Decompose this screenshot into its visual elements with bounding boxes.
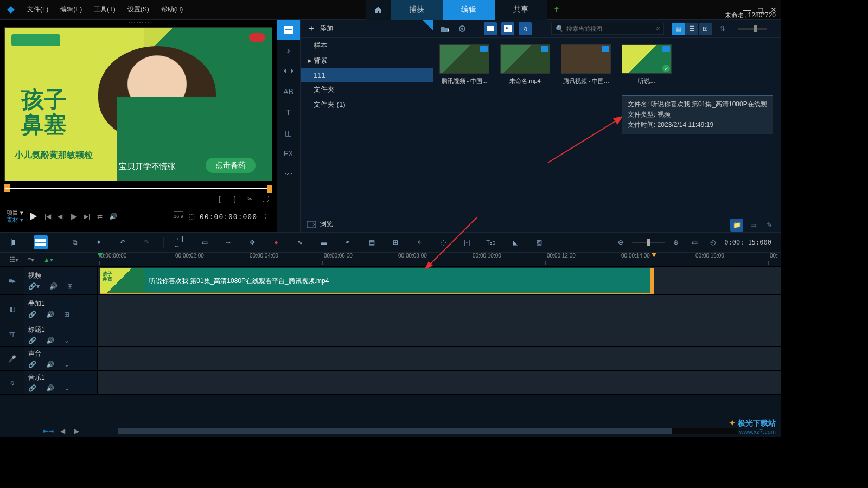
track-options-icon[interactable]: ☷▾ xyxy=(9,255,18,265)
media-thumb[interactable]: ✓ 听说... xyxy=(622,44,672,85)
link-icon[interactable]: 🔗 xyxy=(28,384,36,392)
stretch-icon[interactable]: ↔ xyxy=(221,235,235,249)
mute-icon[interactable]: 🔊 xyxy=(46,337,54,344)
tree-item-folder[interactable]: 文件夹 xyxy=(301,82,433,97)
link-icon[interactable]: 🔗▾ xyxy=(28,282,40,290)
aspect-ratio-badge[interactable]: 16:9 xyxy=(174,211,183,221)
tab-share[interactable]: 共享 xyxy=(495,0,547,20)
step-back-icon[interactable]: ◀| xyxy=(56,211,66,221)
chapter-icon[interactable]: ▤ xyxy=(365,235,379,249)
motion-icon[interactable]: ✧ xyxy=(412,235,426,249)
mute-icon[interactable]: 🔊 xyxy=(46,361,54,368)
go-start-icon[interactable]: |◀ xyxy=(43,211,53,221)
color-icon[interactable]: ▨ xyxy=(532,235,546,249)
link-icon[interactable]: 🔗 xyxy=(28,311,36,318)
loop-icon[interactable]: ⇄ xyxy=(95,211,105,221)
preview-viewport[interactable]: 孩子 鼻塞 小儿氨酚黄那敏颗粒 宝贝开学不慌张 点击备药 xyxy=(4,27,272,181)
tree-item-sample[interactable]: 样本 xyxy=(301,38,433,53)
add-folder-button[interactable]: ＋添加 xyxy=(301,20,433,38)
trim-icon[interactable]: →||← xyxy=(174,235,188,249)
grid-icon[interactable]: ⊞ xyxy=(67,282,73,290)
grid-icon[interactable]: ⊞ xyxy=(64,311,69,318)
end-marker[interactable] xyxy=(654,253,654,259)
menu-edit[interactable]: 编辑(E) xyxy=(55,3,87,16)
fit-icon[interactable]: ⬚ xyxy=(187,211,196,221)
track-add-icon[interactable]: ≡▾ xyxy=(26,255,36,265)
tree-item-folder1[interactable]: 文件夹 (1) xyxy=(301,97,433,112)
chevron-icon[interactable]: ⌄ xyxy=(64,361,69,368)
upload-icon[interactable] xyxy=(547,0,566,20)
libtab-path-icon[interactable]: 〰 xyxy=(277,164,300,184)
mute-icon[interactable]: 🔊 xyxy=(49,282,58,290)
track-motion-icon[interactable]: ◌ xyxy=(436,235,450,249)
zoom-slider[interactable] xyxy=(632,242,665,243)
libtab-graphics-icon[interactable]: ◫ xyxy=(277,123,300,143)
mark-out-icon[interactable] xyxy=(267,185,272,193)
link-icon[interactable]: 🔗 xyxy=(28,361,36,368)
music-track-icon[interactable]: ♫ xyxy=(0,371,24,394)
mask-icon[interactable]: ◣ xyxy=(508,235,522,249)
expand-icon[interactable]: ⛶ xyxy=(260,194,270,204)
multitrack-icon[interactable]: ⊞ xyxy=(388,235,403,249)
timecode-stepper-icon[interactable]: ≑ xyxy=(260,211,270,221)
pan-icon[interactable]: ✥ xyxy=(245,235,259,249)
corner-fold-icon[interactable] xyxy=(422,20,433,30)
mute-icon[interactable]: 🔊 xyxy=(46,384,54,392)
menu-help[interactable]: 帮助(H) xyxy=(156,3,189,16)
filter-video-icon[interactable] xyxy=(484,22,497,35)
stabilize-icon[interactable]: [◦] xyxy=(460,235,474,249)
audio-mix-icon[interactable]: ∿ xyxy=(293,235,307,249)
menu-settings[interactable]: 设置(S) xyxy=(122,3,155,16)
marker-add-icon[interactable]: ▲▾ xyxy=(43,255,53,265)
zoom-out-icon[interactable]: ⊖ xyxy=(614,235,628,249)
menu-file[interactable]: 文件(F) xyxy=(22,3,54,16)
filter-audio-icon[interactable]: ♫ xyxy=(519,22,532,35)
tab-capture[interactable]: 捕获 xyxy=(391,0,443,20)
playhead[interactable] xyxy=(100,253,100,266)
tab-home[interactable] xyxy=(366,0,391,20)
track-lane[interactable]: 孩子鼻塞 听说你喜欢我 第01集_高清1080P在线观看平台_腾讯视频.mp4 xyxy=(98,267,781,294)
libtab-title-icon[interactable]: AB xyxy=(277,81,300,102)
play-button[interactable] xyxy=(27,210,40,223)
time-ruler[interactable]: 0:00:00:0000:00:02:0000:00:04:0000:00:06… xyxy=(98,253,781,266)
libtab-media-icon[interactable] xyxy=(277,20,300,40)
link-icon[interactable]: 🔗 xyxy=(28,337,36,344)
3d-title-icon[interactable]: T₃ᴅ xyxy=(484,235,498,249)
clear-search-icon[interactable]: ✕ xyxy=(655,25,660,33)
redo-icon[interactable]: ↷ xyxy=(139,235,154,249)
filter-image-icon[interactable] xyxy=(501,22,514,35)
clock-icon[interactable]: ◴ xyxy=(706,235,720,249)
fit-timeline-icon[interactable]: ▭ xyxy=(687,235,701,249)
overlay-track-icon[interactable]: ◧ xyxy=(0,295,24,323)
crop-frame-icon[interactable]: ▭ xyxy=(197,235,212,249)
voice-track-icon[interactable]: 🎤 xyxy=(0,347,24,370)
timecode-display[interactable]: 00:00:00:000 xyxy=(200,213,257,221)
options-icon[interactable]: ▭ xyxy=(746,219,760,232)
bracket-out-icon[interactable]: ] xyxy=(230,194,240,204)
video-track-icon[interactable]: ■▸ xyxy=(0,267,24,294)
libtab-audio-icon[interactable]: ♪ xyxy=(277,40,300,61)
browse-button[interactable]: 浏览 xyxy=(301,216,433,232)
drag-handle[interactable] xyxy=(0,20,277,25)
subtitle-icon[interactable]: ▬ xyxy=(317,235,331,249)
view-list-icon[interactable]: ☰ xyxy=(685,23,698,35)
scissors-icon[interactable]: ✂ xyxy=(245,194,255,204)
chevron-icon[interactable]: ⌄ xyxy=(64,384,69,392)
chevron-icon[interactable]: ⌄ xyxy=(64,337,69,344)
libtab-fx-icon[interactable]: FX xyxy=(277,143,300,164)
go-end-icon[interactable]: ▶| xyxy=(82,211,92,221)
search-box[interactable]: 🔍 ✕ xyxy=(551,23,664,35)
video-clip[interactable]: 孩子鼻塞 听说你喜欢我 第01集_高清1080P在线观看平台_腾讯视频.mp4 xyxy=(100,268,654,294)
chain-icon[interactable]: ⚭ xyxy=(341,235,355,249)
libtab-transition-icon[interactable] xyxy=(277,61,300,81)
step-fwd-icon[interactable]: |▶ xyxy=(69,211,79,221)
folder-view-icon[interactable]: 📁 xyxy=(730,219,743,232)
search-input[interactable] xyxy=(566,25,652,32)
libtab-text-icon[interactable]: T xyxy=(277,102,300,123)
capture-icon[interactable] xyxy=(456,22,469,35)
storyboard-view-icon[interactable] xyxy=(10,235,24,249)
record-icon[interactable]: ● xyxy=(269,235,283,249)
view-grid-icon[interactable]: ⊞ xyxy=(699,23,712,35)
tools-icon[interactable]: ✦ xyxy=(92,235,106,249)
track-lane[interactable] xyxy=(98,371,781,394)
